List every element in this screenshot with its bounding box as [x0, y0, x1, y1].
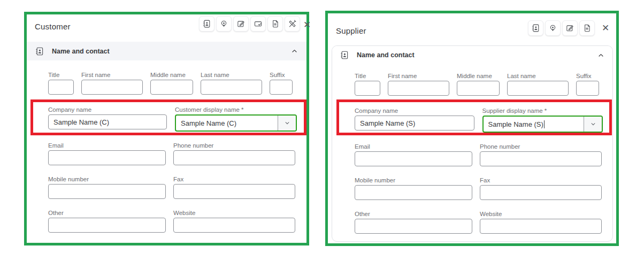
supplier-name-contact-card: Name and contact Title First name Middle…: [332, 45, 613, 242]
mobile-input[interactable]: [355, 185, 472, 200]
field-middle-name: Middle name: [150, 71, 193, 95]
customer-toolbar: [199, 16, 300, 32]
middle-name-input[interactable]: [150, 80, 193, 95]
contact-book-icon: [340, 50, 349, 60]
edit-note-button[interactable]: [562, 20, 578, 36]
field-phone: Phone number: [480, 143, 602, 166]
document-button[interactable]: [579, 20, 595, 36]
location-pin-button[interactable]: [216, 16, 232, 32]
mobile-label: Mobile number: [355, 176, 472, 184]
supplier-section-name-and-contact[interactable]: Name and contact: [332, 46, 612, 64]
field-email: Email: [48, 142, 166, 165]
other-website-row: Other Website: [48, 209, 297, 233]
contact-book-button[interactable]: [199, 16, 214, 32]
location-pin-icon: [219, 19, 228, 28]
other-input[interactable]: [48, 218, 166, 233]
suffix-input[interactable]: [270, 80, 293, 95]
combobox-value: Sample Name (C): [176, 116, 278, 130]
email-input[interactable]: [355, 151, 472, 166]
company-name-label: Company name: [48, 106, 167, 113]
section-title: Name and contact: [357, 51, 597, 59]
close-icon: ✕: [602, 24, 609, 33]
document-button[interactable]: [267, 16, 283, 32]
first-name-label: First name: [81, 71, 143, 79]
fax-input[interactable]: [173, 184, 295, 199]
chevron-up-icon[interactable]: [597, 51, 605, 59]
field-fax: Fax: [173, 175, 295, 199]
website-input[interactable]: [173, 218, 295, 233]
screenshot-canvas: { "colors": { "annotation_green": "#25a3…: [0, 0, 644, 261]
contact-book-button[interactable]: [528, 20, 543, 36]
customer-section-name-and-contact[interactable]: Name and contact: [27, 42, 306, 60]
other-label: Other: [355, 210, 472, 218]
phone-input[interactable]: [173, 150, 295, 165]
phone-label: Phone number: [173, 142, 295, 149]
payment-card-button[interactable]: [250, 16, 266, 32]
middle-name-label: Middle name: [457, 72, 500, 80]
other-label: Other: [48, 209, 166, 217]
section-title: Name and contact: [52, 48, 290, 55]
title-input[interactable]: [48, 80, 74, 95]
last-name-label: Last name: [201, 71, 262, 79]
field-other: Other: [48, 209, 166, 233]
title-label: Title: [48, 71, 74, 79]
customer-close-button[interactable]: ✕: [302, 19, 312, 30]
supplier-dialog-title: Supplier: [336, 26, 366, 35]
suffix-input[interactable]: [576, 81, 599, 96]
fax-label: Fax: [480, 176, 602, 184]
company-name-input[interactable]: [48, 114, 167, 129]
customer-dialog-title: Customer: [35, 22, 71, 31]
title-input[interactable]: [355, 81, 380, 96]
first-name-input[interactable]: [388, 81, 449, 96]
document-icon: [271, 19, 280, 28]
display-name-label: Supplier display name *: [482, 107, 603, 114]
chevron-up-icon[interactable]: [290, 47, 298, 55]
supplier-dialog: Supplier ✕ Name and contact Title First …: [325, 11, 619, 246]
first-name-input[interactable]: [81, 80, 143, 95]
field-website: Website: [480, 210, 602, 234]
field-last-name: Last name: [507, 72, 569, 96]
fax-input[interactable]: [480, 185, 602, 200]
combobox-dropdown-button[interactable]: [278, 116, 296, 130]
email-phone-row: Email Phone number: [355, 143, 603, 166]
website-input[interactable]: [480, 219, 602, 234]
chevron-down-icon: [283, 119, 291, 127]
last-name-input[interactable]: [201, 80, 262, 95]
supplier-close-button[interactable]: ✕: [600, 23, 611, 34]
email-label: Email: [355, 143, 472, 150]
supplier-dialog-header: Supplier ✕: [328, 13, 616, 45]
mobile-input[interactable]: [48, 184, 166, 199]
field-company-name: Company name: [355, 107, 474, 133]
combobox-dropdown-button[interactable]: [584, 117, 602, 132]
customer-display-name-combobox[interactable]: Sample Name (C): [175, 114, 297, 132]
company-row: Company name Customer display name * Sam…: [48, 106, 297, 132]
edit-note-button[interactable]: [233, 16, 249, 32]
field-fax: Fax: [480, 176, 602, 200]
last-name-input[interactable]: [507, 81, 569, 96]
field-suffix: Suffix: [270, 71, 293, 95]
other-input[interactable]: [355, 219, 472, 234]
company-name-input[interactable]: [355, 116, 474, 130]
mobile-fax-row: Mobile number Fax: [355, 176, 603, 200]
edit-note-icon: [236, 19, 246, 28]
field-title: Title: [355, 72, 380, 96]
supplier-display-name-combobox[interactable]: Sample Name (S): [482, 116, 603, 133]
field-middle-name: Middle name: [457, 72, 500, 96]
email-input[interactable]: [48, 150, 166, 165]
location-pin-button[interactable]: [545, 20, 561, 36]
last-name-label: Last name: [507, 72, 569, 80]
edit-note-icon: [565, 24, 574, 33]
field-phone: Phone number: [173, 142, 295, 165]
design-tools-icon: [288, 19, 297, 28]
field-mobile: Mobile number: [48, 175, 166, 199]
field-first-name: First name: [388, 72, 449, 96]
supplier-toolbar: ✕: [528, 20, 611, 36]
phone-input[interactable]: [480, 151, 602, 166]
design-tools-button[interactable]: [285, 16, 300, 32]
location-pin-icon: [548, 24, 557, 33]
company-name-label: Company name: [355, 107, 474, 114]
phone-label: Phone number: [480, 143, 602, 150]
contact-book-icon: [531, 24, 540, 33]
middle-name-input[interactable]: [457, 81, 500, 96]
field-title: Title: [48, 71, 74, 95]
